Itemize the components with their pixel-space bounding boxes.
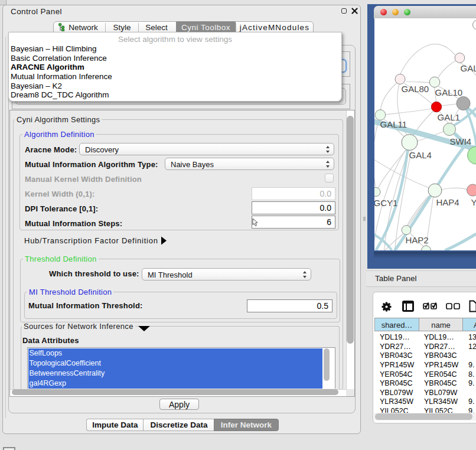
svg-text:GAL11: GAL11 — [380, 119, 407, 129]
svg-text:HAP4: HAP4 — [436, 197, 459, 207]
svg-text:GAL1: GAL1 — [437, 112, 459, 122]
svg-text:GCY1: GCY1 — [374, 198, 397, 208]
svg-text:HAP2: HAP2 — [405, 235, 428, 245]
svg-text:GAL4: GAL4 — [409, 150, 431, 160]
svg-text:GAL80: GAL80 — [401, 84, 429, 94]
svg-text:GAL: GAL — [460, 63, 476, 73]
svg-text:SWI4: SWI4 — [449, 136, 471, 146]
svg-text:GAL10: GAL10 — [435, 87, 462, 97]
svg-text:Y: Y — [471, 197, 476, 207]
